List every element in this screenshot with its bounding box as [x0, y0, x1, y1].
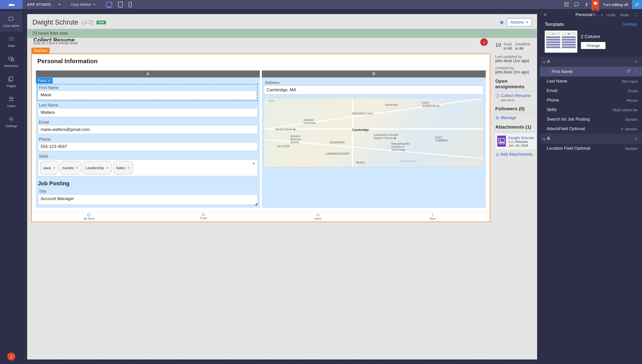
column-a-header: A — [36, 70, 260, 77]
field-row-job-posting[interactable]: Search for Job Posting Section — [540, 115, 642, 124]
case-name: Dwight Schrute — [32, 19, 78, 26]
nav-users[interactable]: Users — [0, 92, 23, 112]
tab-pulse[interactable]: Pulse — [146, 212, 261, 222]
skill-chip[interactable]: Karate✕ — [60, 161, 81, 174]
template-label: Template — [545, 22, 564, 27]
remove-icon[interactable]: ✕ — [76, 166, 78, 170]
tab-alerts[interactable]: Alerts — [261, 212, 375, 222]
image-icon — [497, 136, 506, 147]
tab-my-work[interactable]: My Work — [32, 212, 146, 222]
created-value: john.levis (1m ago) — [495, 70, 536, 74]
case-id: (J-2) — [81, 19, 94, 26]
add-field-icon[interactable]: ＋ — [634, 136, 638, 142]
device-desktop-icon[interactable] — [106, 2, 112, 7]
chevron-down-icon[interactable] — [601, 14, 603, 16]
attachment-card[interactable]: Dwight Schrute J-2 | Resume Jun. 18, 201… — [495, 134, 536, 149]
actions-button[interactable]: Actions — [507, 18, 532, 26]
field-row-first-name[interactable]: ⋮⋮ First Name ⋮ — [540, 67, 642, 76]
undo-button[interactable]: Undo — [605, 13, 616, 17]
location-map[interactable]: Cambridge Somerville HarvardUniversity H… — [264, 98, 484, 167]
selected-field[interactable]: First Name — [37, 84, 258, 101]
field-row-attach-optional[interactable]: AttachField Optional 👁Section — [540, 124, 642, 134]
title-textarea[interactable] — [38, 194, 258, 205]
more-menu-icon[interactable]: ⋮ — [632, 12, 638, 18]
updated-value: john.levis (1m ago) — [495, 59, 536, 63]
remove-icon[interactable]: ✕ — [106, 166, 109, 170]
section-tab[interactable]: Section — [31, 48, 50, 54]
svg-rect-21 — [202, 213, 205, 215]
svg-rect-17 — [10, 77, 13, 81]
remove-icon[interactable]: ✕ — [53, 166, 56, 170]
address-input[interactable] — [264, 85, 484, 95]
panel-title[interactable]: Personal I… — [576, 12, 599, 17]
field-row-last-name[interactable]: Last Name Text input — [540, 76, 642, 86]
svg-point-28 — [500, 140, 501, 141]
editing-toggle[interactable]: Turn editing off — [599, 3, 632, 7]
svg-point-12 — [9, 40, 10, 41]
remove-icon[interactable]: ✕ — [127, 166, 130, 170]
field-row-location[interactable]: Location Field Optional Section — [540, 144, 642, 153]
add-attachment-link[interactable]: Add Attachments — [495, 152, 536, 157]
created-label: Created by — [495, 66, 536, 70]
field-row-email[interactable]: Email Email — [540, 86, 642, 96]
device-phone-icon[interactable] — [129, 2, 132, 7]
column-b[interactable]: B Address Cambridg — [262, 70, 486, 208]
section-title: Personal Information — [32, 54, 490, 67]
edit-icon[interactable] — [627, 69, 631, 72]
assignee-avatar[interactable]: J — [480, 38, 488, 46]
skill-chip[interactable]: Leadership✕ — [83, 161, 112, 174]
role-dropdown[interactable]: Case Worker — [65, 3, 101, 7]
add-field-icon[interactable]: ＋ — [634, 59, 638, 65]
close-icon[interactable]: ✕ — [543, 12, 549, 18]
resize-handle-icon[interactable] — [255, 203, 257, 205]
attachment-meta: J-2 | Resume — [508, 140, 534, 144]
grid-add-icon[interactable] — [561, 0, 572, 9]
first-name-label: First Name — [38, 84, 257, 90]
group-b-header[interactable]: B ＋ — [540, 134, 642, 144]
skill-chip[interactable]: Sales✕ — [113, 161, 133, 174]
edit-pencil-button[interactable] — [632, 0, 642, 9]
last-name-label: Last Name — [38, 102, 258, 108]
lightning-icon[interactable] — [582, 0, 592, 9]
manage-followers-link[interactable]: Manage — [495, 115, 536, 120]
drag-handle-icon[interactable]: ⋮⋮ — [547, 70, 550, 73]
app-logo[interactable] — [0, 0, 23, 9]
column-a[interactable]: A Field First Name Last — [36, 70, 260, 208]
chevron-down-icon[interactable]: ▼ — [252, 162, 255, 165]
email-input[interactable] — [38, 125, 258, 134]
left-nav: Case types Data Interfaces Pages Users S… — [0, 9, 23, 364]
tab-more[interactable]: More — [375, 212, 490, 222]
followers-heading: Followers (0) — [495, 106, 536, 112]
nav-interfaces[interactable]: Interfaces — [0, 52, 23, 72]
assignment-link[interactable]: Collect Resume — [495, 93, 536, 98]
field-row-phone[interactable]: Phone Phone — [540, 96, 642, 105]
settings-link[interactable]: Settings — [622, 22, 637, 27]
attachment-name[interactable]: Dwight Schrute — [508, 136, 534, 140]
deadline-label: Deadline — [515, 42, 530, 46]
skills-multiselect[interactable]: Java✕ Karate✕ Leadership✕ Sales✕ ▼ — [38, 159, 258, 176]
change-template-button[interactable]: Change — [581, 42, 606, 49]
user-avatar[interactable]: J — [7, 352, 15, 360]
svg-rect-1 — [567, 3, 569, 4]
property-panel: ✕ Personal I… Undo Redo ⋮ Template Setti… — [540, 9, 642, 364]
nav-settings[interactable]: Settings — [0, 112, 23, 132]
group-a-header[interactable]: A ＋ — [540, 57, 642, 67]
nav-pages[interactable]: Pages — [0, 72, 23, 92]
svg-point-14 — [13, 40, 14, 41]
device-tablet-icon[interactable] — [118, 2, 123, 8]
field-row-skills[interactable]: Skills Multi-select list — [540, 105, 642, 115]
first-name-input[interactable] — [38, 90, 257, 100]
pin-icon[interactable]: ◈ — [498, 19, 505, 26]
app-title[interactable]: APP STUDIO — [23, 3, 65, 7]
app-menu-caret-icon — [58, 4, 60, 5]
redo-button[interactable]: Redo — [619, 13, 630, 17]
nav-case-types[interactable]: Case types — [0, 12, 23, 32]
more-icon[interactable]: ⋮ — [633, 69, 637, 74]
last-name-input[interactable] — [38, 108, 258, 117]
nav-data[interactable]: Data — [0, 32, 23, 52]
field-tab[interactable]: Field — [36, 78, 53, 83]
academy-bookmark-icon[interactable] — [592, 0, 599, 11]
skill-chip[interactable]: Java✕ — [40, 161, 58, 174]
chat-icon[interactable] — [572, 0, 582, 9]
phone-input[interactable] — [38, 142, 258, 151]
